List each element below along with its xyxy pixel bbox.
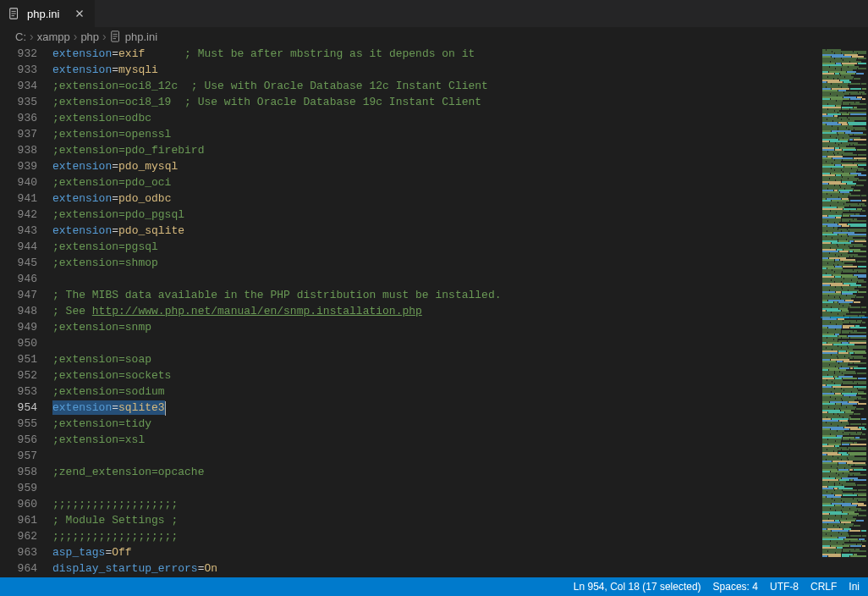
status-language[interactable]: Ini	[849, 581, 860, 593]
code-line[interactable]	[52, 448, 821, 464]
close-icon[interactable]	[73, 7, 86, 20]
breadcrumb-part[interactable]: php	[80, 30, 99, 43]
file-config-icon	[8, 8, 20, 19]
chevron-right-icon: ›	[74, 30, 78, 43]
line-number: 941	[0, 190, 37, 207]
code-line[interactable]: extension=sqlite3	[52, 400, 821, 416]
line-number: 951	[0, 351, 37, 367]
code-line[interactable]: ;extension=openssl	[52, 126, 821, 142]
code-line[interactable]: ; See http://www.php.net/manual/en/snmp.…	[52, 303, 821, 319]
code-line[interactable]: ;extension=pdo_firebird	[52, 142, 821, 158]
line-number: 943	[0, 223, 37, 239]
line-number: 963	[0, 544, 37, 560]
code-line[interactable]: ;extension=soap	[52, 351, 821, 367]
line-number: 949	[0, 319, 37, 335]
chevron-right-icon: ›	[102, 30, 107, 43]
status-encoding[interactable]: UTF-8	[770, 581, 799, 593]
chevron-right-icon: ›	[30, 30, 34, 43]
code-line[interactable]	[52, 480, 821, 496]
code-line[interactable]: ;;;;;;;;;;;;;;;;;;;	[52, 496, 821, 512]
code-line[interactable]: ;extension=shmop	[52, 255, 821, 271]
line-number: 952	[0, 367, 37, 384]
status-cursor-position[interactable]: Ln 954, Col 18 (17 selected)	[574, 581, 701, 593]
code-line[interactable]: extension=pdo_sqlite	[52, 223, 821, 239]
editor-tab[interactable]: php.ini	[0, 0, 95, 27]
code-line[interactable]: ;extension=xsl	[52, 432, 821, 448]
line-number: 933	[0, 62, 37, 78]
code-line[interactable]: extension=pdo_mysql	[52, 158, 821, 174]
code-line[interactable]: ;extension=sodium	[52, 384, 821, 400]
code-line[interactable]: ;;;;;;;;;;;;;;;;;;;	[52, 528, 821, 544]
line-number: 961	[0, 512, 37, 528]
code-line[interactable]: ;extension=oci8_12c ; Use with Oracle Da…	[52, 78, 821, 94]
line-number: 944	[0, 239, 37, 255]
code-line[interactable]: display_startup_errors=On	[52, 560, 821, 577]
code-line[interactable]: ;extension=snmp	[52, 319, 821, 335]
code-line[interactable]: ;zend_extension=opcache	[52, 464, 821, 480]
line-number: 962	[0, 528, 37, 544]
code-line[interactable]: ; The MIBS data available in the PHP dis…	[52, 287, 821, 303]
status-eol[interactable]: CRLF	[810, 581, 837, 593]
line-number: 935	[0, 94, 37, 110]
code-line[interactable]: ;extension=odbc	[52, 110, 821, 126]
code-line[interactable]	[52, 271, 821, 287]
tab-filename: php.ini	[27, 8, 59, 20]
tab-bar: php.ini	[0, 0, 868, 27]
line-number: 964	[0, 560, 37, 577]
line-number: 950	[0, 335, 37, 351]
code-line[interactable]: asp_tags=Off	[52, 544, 821, 560]
breadcrumb-part[interactable]: xampp	[37, 30, 70, 43]
breadcrumb-file[interactable]: php.ini	[125, 30, 157, 43]
line-number: 954	[0, 400, 37, 416]
breadcrumb-part[interactable]: C:	[15, 30, 26, 43]
line-number: 938	[0, 142, 37, 158]
line-number-gutter: 9329339349359369379389399409419429439449…	[0, 46, 52, 577]
status-bar: Ln 954, Col 18 (17 selected) Spaces: 4 U…	[0, 577, 868, 596]
line-number: 959	[0, 480, 37, 496]
line-number: 960	[0, 496, 37, 512]
line-number: 958	[0, 464, 37, 480]
line-number: 946	[0, 271, 37, 287]
line-number: 937	[0, 126, 37, 142]
code-line[interactable]: extension=mysqli	[52, 62, 821, 78]
breadcrumb[interactable]: C: › xampp › php › php.ini	[0, 27, 868, 46]
line-number: 945	[0, 255, 37, 271]
code-line[interactable]	[52, 335, 821, 351]
code-line[interactable]: ;extension=tidy	[52, 416, 821, 432]
status-indentation[interactable]: Spaces: 4	[713, 581, 758, 593]
code-line[interactable]: ; Module Settings ;	[52, 512, 821, 528]
code-content[interactable]: extension=exif ; Must be after mbstring …	[52, 46, 821, 577]
code-line[interactable]: ;extension=pdo_pgsql	[52, 207, 821, 223]
line-number: 955	[0, 416, 37, 432]
code-line[interactable]: extension=pdo_odbc	[52, 190, 821, 207]
line-number: 947	[0, 287, 37, 303]
code-line[interactable]: ;extension=sockets	[52, 367, 821, 384]
line-number: 942	[0, 207, 37, 223]
line-number: 957	[0, 448, 37, 464]
line-number: 940	[0, 174, 37, 190]
code-line[interactable]: ;extension=pgsql	[52, 239, 821, 255]
line-number: 948	[0, 303, 37, 319]
line-number: 932	[0, 46, 37, 62]
code-line[interactable]: ;extension=oci8_19 ; Use with Oracle Dat…	[52, 94, 821, 110]
line-number: 934	[0, 78, 37, 94]
code-line[interactable]: ;extension=pdo_oci	[52, 174, 821, 190]
editor[interactable]: 9329339349359369379389399409419429439449…	[0, 46, 868, 577]
line-number: 936	[0, 110, 37, 126]
minimap[interactable]	[821, 46, 868, 577]
line-number: 953	[0, 384, 37, 400]
file-config-icon	[110, 30, 122, 42]
line-number: 956	[0, 432, 37, 448]
code-line[interactable]: extension=exif ; Must be after mbstring …	[52, 46, 821, 62]
line-number: 939	[0, 158, 37, 174]
